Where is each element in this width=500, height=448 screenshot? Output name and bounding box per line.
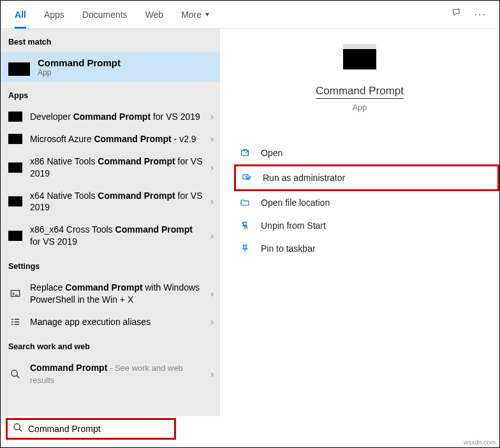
tab-apps[interactable]: Apps — [35, 1, 73, 29]
settings-result[interactable]: Manage app execution aliases › — [1, 311, 220, 333]
tab-all[interactable]: All — [6, 1, 35, 29]
cmd-icon — [8, 59, 30, 76]
action-label: Pin to taskbar — [261, 243, 316, 254]
search-input[interactable] — [28, 424, 169, 434]
result-label: Command Prompt - See work and web result… — [30, 362, 203, 386]
shield-icon — [241, 172, 253, 184]
action-unpin-start[interactable]: Unpin from Start — [234, 214, 499, 237]
open-icon — [239, 147, 251, 159]
filter-tabs: All Apps Documents Web More▼ ··· — [1, 1, 499, 29]
cmd-icon — [8, 112, 22, 122]
result-label: x64 Native Tools Command Prompt for VS 2… — [30, 190, 203, 214]
action-pin-taskbar[interactable]: Pin to taskbar — [234, 237, 499, 260]
chevron-right-icon[interactable]: › — [210, 134, 214, 144]
tab-web[interactable]: Web — [136, 1, 173, 29]
preview-panel: Command Prompt App Open Run as administr… — [220, 29, 499, 416]
tab-documents[interactable]: Documents — [73, 1, 136, 29]
app-result[interactable]: x86 Native Tools Command Prompt for VS 2… — [1, 150, 220, 185]
chevron-right-icon[interactable]: › — [210, 289, 214, 299]
app-result[interactable]: x64 Native Tools Command Prompt for VS 2… — [1, 185, 220, 219]
section-search-web: Search work and web — [1, 333, 220, 357]
section-apps: Apps — [1, 82, 220, 106]
unpin-icon — [239, 220, 251, 231]
result-label: x86 Native Tools Command Prompt for VS 2… — [30, 155, 203, 180]
app-result[interactable]: Developer Command Prompt for VS 2019 › — [1, 106, 220, 128]
app-result[interactable]: x86_x64 Cross Tools Command Prompt for V… — [1, 219, 220, 253]
result-label: Manage app execution aliases — [30, 316, 203, 328]
chevron-right-icon[interactable]: › — [210, 317, 214, 327]
result-label: Replace Command Prompt with Windows Powe… — [30, 282, 203, 306]
action-open[interactable]: Open — [234, 141, 499, 164]
chevron-down-icon: ▼ — [204, 11, 210, 18]
best-match-item[interactable]: Command Prompt App — [1, 52, 220, 82]
app-result[interactable]: Microsoft Azure Command Prompt - v2.9 › — [1, 128, 220, 150]
action-open-location[interactable]: Open file location — [234, 191, 499, 214]
best-match-title: Command Prompt — [38, 57, 121, 68]
aliases-icon — [8, 317, 22, 327]
action-label: Open — [261, 148, 283, 158]
search-icon — [13, 423, 23, 435]
more-options-icon[interactable]: ··· — [474, 9, 487, 20]
preview-app-type: App — [220, 103, 499, 112]
preview-app-icon — [343, 44, 376, 69]
settings-result[interactable]: Replace Command Prompt with Windows Powe… — [1, 277, 220, 311]
chevron-right-icon[interactable]: › — [210, 231, 214, 241]
svg-point-1 — [11, 370, 17, 376]
feedback-icon[interactable] — [452, 8, 462, 21]
chevron-right-icon[interactable]: › — [210, 196, 214, 206]
cmd-icon — [8, 163, 22, 173]
section-best-match: Best match — [1, 29, 220, 52]
folder-icon — [239, 197, 251, 208]
action-run-admin[interactable]: Run as administrator — [234, 164, 499, 191]
action-label: Open file location — [261, 198, 330, 208]
pin-icon — [239, 243, 251, 254]
chevron-right-icon[interactable]: › — [210, 369, 214, 379]
result-label: Microsoft Azure Command Prompt - v2.9 — [30, 133, 203, 145]
actions-list: Open Run as administrator Open file loca… — [234, 141, 499, 260]
search-icon — [8, 369, 22, 379]
search-box[interactable] — [6, 418, 176, 440]
web-result[interactable]: Command Prompt - See work and web result… — [1, 357, 220, 391]
tab-more[interactable]: More▼ — [172, 1, 219, 29]
chevron-right-icon[interactable]: › — [210, 163, 214, 173]
action-label: Run as administrator — [263, 173, 345, 183]
cmd-icon — [8, 134, 22, 144]
result-label: x86_x64 Cross Tools Command Prompt for V… — [30, 224, 203, 248]
result-label: Developer Command Prompt for VS 2019 — [30, 111, 203, 123]
preview-app-name[interactable]: Command Prompt — [220, 85, 499, 98]
watermark: wsxdn.com — [464, 439, 496, 446]
best-match-subtitle: App — [38, 68, 121, 77]
results-panel: Best match Command Prompt App Apps Devel… — [1, 29, 220, 416]
action-label: Unpin from Start — [261, 220, 326, 231]
section-settings: Settings — [1, 253, 220, 277]
terminal-icon — [8, 289, 22, 299]
svg-point-4 — [14, 424, 20, 430]
cmd-icon — [8, 231, 22, 241]
cmd-icon — [8, 196, 22, 206]
chevron-right-icon[interactable]: › — [210, 112, 214, 122]
